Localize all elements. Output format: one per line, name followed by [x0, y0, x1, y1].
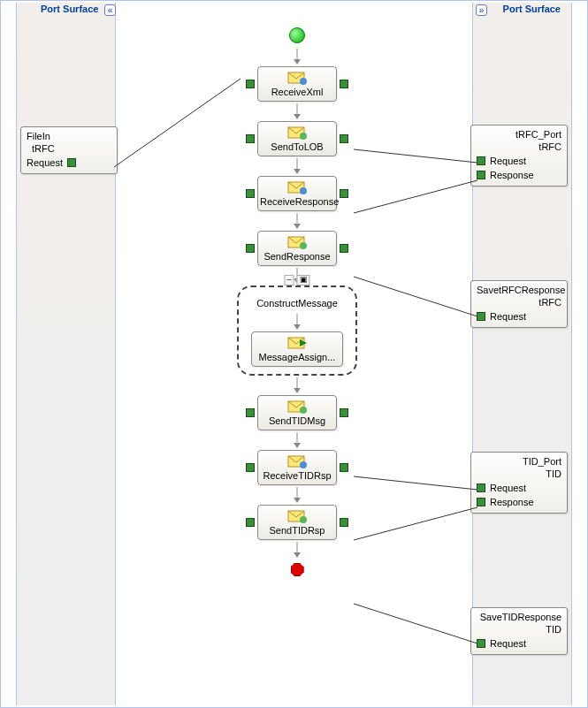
port-connector-stub[interactable]: [340, 244, 348, 253]
svg-marker-16: [294, 169, 301, 174]
send-tid-msg-shape[interactable]: SendTIDMsg: [257, 395, 337, 430]
svg-marker-42: [294, 552, 301, 558]
shape-label: SendToLOB: [260, 141, 334, 152]
svg-point-14: [300, 133, 307, 140]
envelope-receive-icon: [287, 454, 307, 468]
receive-response-shape[interactable]: ReceiveResponse: [257, 176, 337, 211]
svg-marker-8: [294, 59, 301, 65]
arrow-icon: [294, 213, 301, 229]
port-surface-right-panel[interactable]: [472, 3, 572, 705]
envelope-receive-icon: [287, 71, 307, 85]
port-connector-stub[interactable]: [246, 518, 255, 527]
send-tid-rsp-shape[interactable]: SendTIDRsp: [257, 505, 337, 540]
operation-stub[interactable]: [477, 171, 485, 179]
send-response-shape[interactable]: SendResponse: [257, 231, 337, 266]
save-trfc-response-port[interactable]: SavetRFCResponse tRFC Request: [470, 280, 568, 328]
port-operation-request[interactable]: Request: [27, 156, 111, 170]
arrow-icon: [294, 49, 301, 65]
message-assignment-shape[interactable]: MessageAssign...: [251, 331, 343, 367]
port-connector-stub[interactable]: [246, 244, 255, 253]
operation-stub[interactable]: [477, 498, 485, 506]
arrow-icon: [294, 314, 301, 330]
port-name: tRFC_Port: [477, 129, 561, 140]
arrow-icon: [294, 487, 301, 503]
svg-marker-20: [294, 224, 301, 229]
left-gutter: [3, 3, 16, 705]
port-connector-stub[interactable]: [246, 134, 255, 143]
port-connector-stub[interactable]: [246, 189, 255, 198]
port-name: TID_Port: [477, 456, 561, 467]
port-connector-stub[interactable]: [340, 189, 348, 198]
port-type: TID: [477, 624, 561, 635]
port-connector-stub[interactable]: [340, 518, 348, 527]
operation-stub[interactable]: [477, 312, 485, 321]
arrow-icon: [294, 158, 301, 174]
shape-label: ReceiveXml: [260, 87, 334, 97]
operation-stub[interactable]: [477, 156, 485, 165]
port-operation-response[interactable]: Response: [477, 495, 561, 509]
envelope-send-icon: [287, 235, 307, 249]
svg-point-40: [300, 516, 307, 523]
port-type: tRFC: [27, 143, 111, 154]
trfc-port[interactable]: tRFC_Port tRFC Request Response: [470, 125, 568, 187]
operation-label: Request: [490, 638, 526, 649]
svg-marker-30: [294, 388, 301, 393]
svg-marker-34: [294, 443, 301, 448]
port-connector-stub[interactable]: [246, 463, 255, 472]
shape-label: SendTIDMsg: [260, 415, 334, 426]
port-surface-left-panel[interactable]: [16, 3, 116, 705]
operation-label: Request: [27, 157, 63, 168]
svg-line-4: [354, 476, 477, 490]
group-toolbar[interactable]: – ▣: [284, 275, 309, 285]
port-connector-stub[interactable]: [246, 80, 255, 88]
svg-marker-12: [294, 114, 301, 119]
port-operation-request[interactable]: Request: [477, 636, 561, 651]
port-connector-stub[interactable]: [340, 408, 348, 417]
svg-point-18: [300, 187, 307, 194]
shape-label: SendResponse: [260, 251, 334, 262]
port-connector-stub[interactable]: [340, 463, 348, 472]
port-connector-stub[interactable]: [246, 408, 255, 417]
port-connector-stub[interactable]: [340, 80, 348, 88]
save-tid-response-port[interactable]: SaveTIDResponse TID Request: [470, 607, 568, 655]
port-type: tRFC: [477, 297, 561, 308]
collapse-left-icon[interactable]: «: [104, 4, 116, 16]
port-operation-request[interactable]: Request: [477, 481, 561, 495]
tid-port[interactable]: TID_Port TID Request Response: [470, 452, 568, 514]
group-label: ConstructMessage: [256, 298, 338, 308]
port-surface-header-left: Port Surface: [41, 4, 98, 14]
send-to-lob-shape[interactable]: SendToLOB: [257, 121, 337, 156]
envelope-receive-icon: [287, 180, 307, 194]
start-shape[interactable]: [289, 27, 305, 43]
arrow-icon: [294, 542, 301, 558]
shape-label: MessageAssign...: [254, 352, 340, 362]
receive-tid-rsp-shape[interactable]: ReceiveTIDRsp: [257, 450, 337, 485]
port-surface-header-right: Port Surface: [503, 4, 561, 14]
port-operation-request[interactable]: Request: [477, 154, 561, 168]
construct-message-group[interactable]: – ▣ ConstructMessage MessageAssign...: [237, 285, 357, 376]
svg-line-0: [114, 79, 241, 167]
orchestration-column: ReceiveXml SendToLOB ReceiveResponse Sen…: [235, 27, 359, 576]
receive-xml-shape[interactable]: ReceiveXml: [257, 66, 337, 102]
svg-line-3: [354, 277, 477, 316]
port-operation-response[interactable]: Response: [477, 168, 561, 182]
arrow-icon: [294, 103, 301, 119]
right-gutter: [572, 3, 585, 705]
end-shape[interactable]: [291, 563, 304, 576]
operation-stub[interactable]: [67, 158, 76, 167]
collapse-right-icon[interactable]: »: [476, 4, 487, 16]
port-operation-request[interactable]: Request: [477, 309, 561, 324]
port-type: TID: [477, 468, 561, 479]
operation-stub[interactable]: [477, 483, 485, 492]
group-type-icon: ▣: [297, 275, 310, 285]
envelope-send-icon: [287, 400, 307, 414]
shape-label: SendTIDRsp: [260, 525, 334, 536]
operation-stub[interactable]: [477, 639, 485, 648]
svg-marker-26: [294, 324, 301, 330]
shape-label: ReceiveTIDRsp: [260, 470, 334, 481]
shape-label: ReceiveResponse: [260, 196, 334, 207]
operation-label: Request: [490, 156, 526, 166]
collapse-toggle-icon[interactable]: –: [284, 275, 294, 285]
port-connector-stub[interactable]: [340, 134, 348, 143]
file-in-port[interactable]: FileIn tRFC Request: [20, 126, 118, 174]
